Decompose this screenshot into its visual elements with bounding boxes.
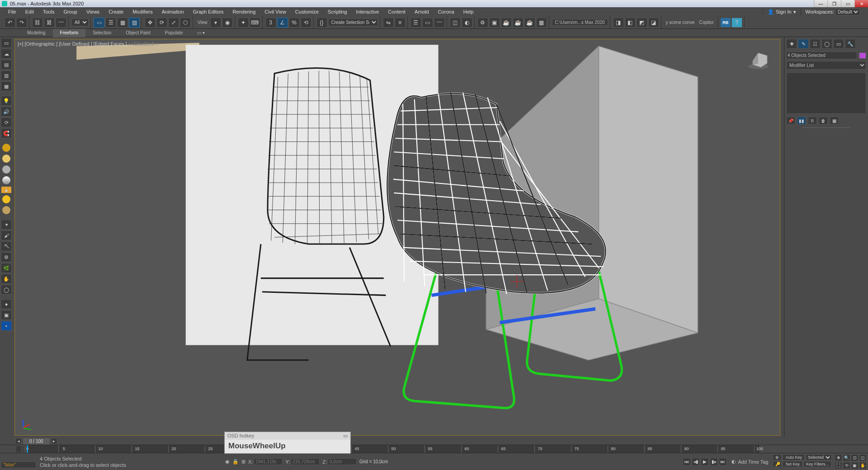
undo-button[interactable]: ↶ — [5, 18, 15, 28]
select-by-name-button[interactable]: ☰ — [105, 18, 116, 28]
z-coord-field[interactable] — [328, 458, 357, 465]
bind-spacewarp-button[interactable]: 〰 — [56, 18, 66, 28]
cmd-tab-motion[interactable]: ◯ — [821, 39, 832, 49]
nav-zoom-extents-button[interactable]: ⛶ — [835, 462, 842, 469]
selection-lock-icon[interactable]: 🔒 — [232, 459, 239, 465]
setkey-icon[interactable]: 🔑 — [773, 461, 782, 467]
object-color-swatch[interactable] — [859, 52, 866, 59]
scene-converter-label[interactable]: y scene conve — [664, 20, 697, 25]
time-prev-button[interactable]: ◂ — [15, 438, 22, 444]
lp-tool-3[interactable]: ▤ — [1, 60, 12, 70]
rotate-button[interactable]: ⟳ — [156, 18, 167, 28]
material-editor-button[interactable]: ◐ — [462, 18, 472, 28]
menu-interactive[interactable]: Interactive — [352, 7, 384, 16]
curve-editor-button[interactable]: 〰 — [434, 18, 445, 28]
modifier-stack[interactable] — [786, 72, 866, 114]
maxscript-listener[interactable]: "false" — [1, 461, 36, 468]
corona-tool-2[interactable]: ◧ — [625, 18, 636, 28]
time-marker[interactable] — [27, 445, 28, 453]
lp-light-icon[interactable]: 💡 — [1, 96, 12, 106]
render-activeshade-button[interactable]: ☕ — [524, 18, 535, 28]
x-coord-field[interactable] — [254, 458, 283, 465]
setkey-button[interactable]: Set Key — [783, 461, 802, 467]
lp-sound-icon[interactable]: 🔊 — [1, 107, 12, 117]
render-frame-button[interactable]: ▣ — [489, 18, 500, 28]
manipulate-button[interactable]: ✦ — [238, 18, 249, 28]
lp-color-yellow[interactable] — [2, 195, 10, 203]
lp-rotate-icon[interactable]: ⟳ — [1, 118, 12, 127]
configure-sets-button[interactable]: ▦ — [830, 117, 839, 125]
corona-tool-3[interactable]: ◩ — [637, 18, 647, 28]
keyboard-shortcut-button[interactable]: ⌨ — [250, 18, 260, 28]
schematic-view-button[interactable]: ◫ — [450, 18, 461, 28]
key-filters-button[interactable]: Key Filters... — [803, 461, 831, 467]
scale-button[interactable]: ⤢ — [168, 18, 179, 28]
named-selection-sets[interactable]: Create Selection Se — [328, 19, 378, 26]
nav-orbit-button[interactable]: ⟲ — [843, 462, 850, 469]
isolate-icon[interactable]: ◉ — [225, 459, 230, 465]
ribbon-tab-freeform[interactable]: Freeform — [53, 29, 86, 37]
render-last-button[interactable]: ▦ — [536, 18, 547, 28]
add-time-tag[interactable]: Add Time Tag — [738, 459, 768, 465]
menu-civil-view[interactable]: Civil View — [260, 7, 290, 16]
spinner-snap-button[interactable]: ⟲ — [301, 18, 311, 28]
lp-color-white[interactable] — [2, 176, 10, 184]
rect-region-button[interactable]: ▦ — [117, 18, 128, 28]
align-button[interactable]: ≡ — [395, 18, 406, 28]
coord-grid-icon[interactable]: ⊞ — [241, 459, 245, 465]
osd-pin-icon[interactable]: ▭ — [343, 433, 348, 439]
time-tag-slider-icon[interactable]: ◐ — [731, 459, 736, 465]
viewport-label[interactable]: [+] [Orthographic ] [User Defined ] [Edg… — [18, 41, 159, 47]
percent-snap-button[interactable]: % — [289, 18, 300, 28]
window-restore-button[interactable]: ❐ — [827, 0, 841, 7]
nav-pan-button[interactable]: ✥ — [835, 454, 842, 461]
nav-pan-view-button[interactable]: ✋ — [859, 462, 867, 469]
workspaces-select[interactable]: Default — [835, 9, 860, 15]
lp-color-grey[interactable] — [2, 165, 10, 174]
lp-paint-icon[interactable]: 🖌 — [1, 230, 12, 240]
lp-color-bronze[interactable] — [2, 206, 10, 214]
time-slider[interactable]: ◂ 0 / 100 ▸ — [14, 437, 868, 445]
nav-zoom-all-button[interactable]: ⊡ — [851, 454, 859, 461]
menu-corona[interactable]: Corona — [434, 7, 459, 16]
move-button[interactable]: ✥ — [145, 18, 156, 28]
menu-modifiers[interactable]: Modifiers — [128, 7, 157, 16]
copitor-label[interactable]: Copitor — [697, 20, 715, 25]
rb-badge[interactable]: RB — [721, 18, 731, 27]
menu-views[interactable]: Views — [82, 7, 104, 16]
autokey-button[interactable]: Auto Key — [783, 454, 805, 461]
use-center-button[interactable]: ◉ — [222, 18, 233, 28]
menu-scripting[interactable]: Scripting — [323, 7, 352, 16]
ribbon-tab-selection[interactable]: Selection — [85, 29, 118, 37]
cmd-tab-create[interactable]: ✚ — [786, 39, 797, 49]
viewcube[interactable] — [745, 47, 772, 70]
redo-button[interactable]: ↷ — [16, 18, 27, 28]
ref-coord-dropdown[interactable]: ▾ — [210, 18, 221, 28]
show-end-result-button[interactable]: ▮▮ — [797, 117, 806, 125]
lp-cloud-icon[interactable]: ☁ — [1, 49, 12, 59]
modifier-list-dropdown[interactable]: Modifier List — [786, 61, 866, 70]
nav-maximize-button[interactable]: ▣ — [851, 462, 859, 469]
render-setup-button[interactable]: ⚙ — [477, 18, 488, 28]
help-toolbar-button[interactable]: ? — [731, 18, 742, 28]
select-object-button[interactable]: ▭ — [94, 18, 104, 28]
ribbon-tab-modeling[interactable]: Modeling — [20, 29, 53, 37]
menu-create[interactable]: Create — [104, 7, 128, 16]
trackbar[interactable]: 0510152025303540455055606570758085909510… — [0, 445, 868, 453]
time-next-button[interactable]: ▸ — [51, 438, 57, 444]
lp-axe-icon[interactable]: ⛏ — [1, 241, 12, 251]
ribbon-dropdown[interactable]: ▭ ▾ — [190, 29, 212, 37]
angle-snap-button[interactable]: ∠ — [277, 18, 288, 28]
prev-frame-button[interactable]: ◂▮ — [692, 458, 700, 466]
menu-edit[interactable]: Edit — [21, 7, 38, 16]
menu-group[interactable]: Group — [59, 7, 82, 16]
menu-animation[interactable]: Animation — [157, 7, 189, 16]
time-label[interactable]: 0 / 100 — [24, 438, 49, 444]
workspaces[interactable]: Workspaces: Default — [801, 9, 864, 15]
pin-stack-button[interactable]: 📌 — [786, 117, 795, 125]
corona-tool-1[interactable]: ◨ — [613, 18, 624, 28]
menu-content[interactable]: Content — [383, 7, 410, 16]
menu-rendering[interactable]: Rendering — [228, 7, 260, 16]
menu-tools[interactable]: Tools — [38, 7, 59, 16]
lp-plant-icon[interactable]: 🌿 — [1, 263, 12, 273]
